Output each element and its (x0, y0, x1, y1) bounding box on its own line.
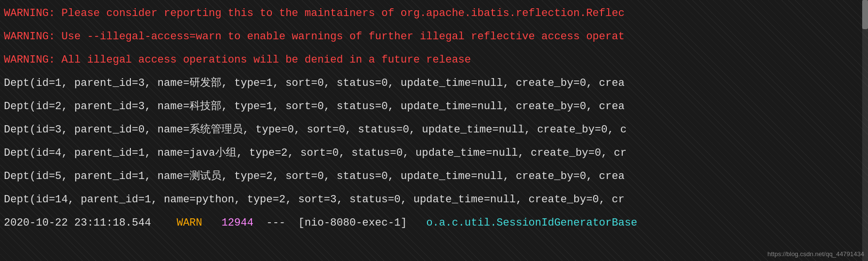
terminal-output: WARNING: Please consider reporting this … (0, 0, 868, 261)
log-line-6: Dept(id=3, parent_id=0, name=系统管理员, type… (4, 118, 864, 142)
log-line-4: Dept(id=1, parent_id=3, name=研发部, type=1… (4, 72, 864, 95)
log-space3 (413, 217, 420, 229)
log-level: WARN (176, 217, 202, 229)
log-pid: 12944 (221, 217, 253, 229)
log-line-9: Dept(id=14, parent_id=1, name=python, ty… (4, 188, 864, 212)
log-line-3: WARNING: All illegal access operations w… (4, 49, 864, 72)
scrollbar[interactable] (862, 0, 868, 261)
log-line-10: 2020-10-22 23:11:18.544 WARN 12944 --- [… (4, 212, 864, 235)
log-logger: o.a.c.util.SessionIdGeneratorBase (426, 217, 637, 229)
log-space2 (208, 217, 215, 229)
log-line-7: Dept(id=4, parent_id=1, name=java小组, typ… (4, 142, 864, 165)
watermark: https://blog.csdn.net/qq_44791434 (768, 251, 865, 257)
log-line-1: WARNING: Please consider reporting this … (4, 2, 864, 25)
scrollbar-thumb[interactable] (862, 0, 868, 29)
log-line-2: WARNING: Use --illegal-access=warn to en… (4, 25, 864, 49)
log-line-8: Dept(id=5, parent_id=1, name=测试员, type=2… (4, 165, 864, 188)
log-line-5: Dept(id=2, parent_id=3, name=科技部, type=1… (4, 95, 864, 118)
log-separator: --- (260, 217, 292, 229)
log-timestamp: 2020-10-22 23:11:18.544 (4, 217, 151, 229)
log-thread: [nio-8080-exec-1] (298, 217, 407, 229)
log-space1 (158, 217, 170, 229)
